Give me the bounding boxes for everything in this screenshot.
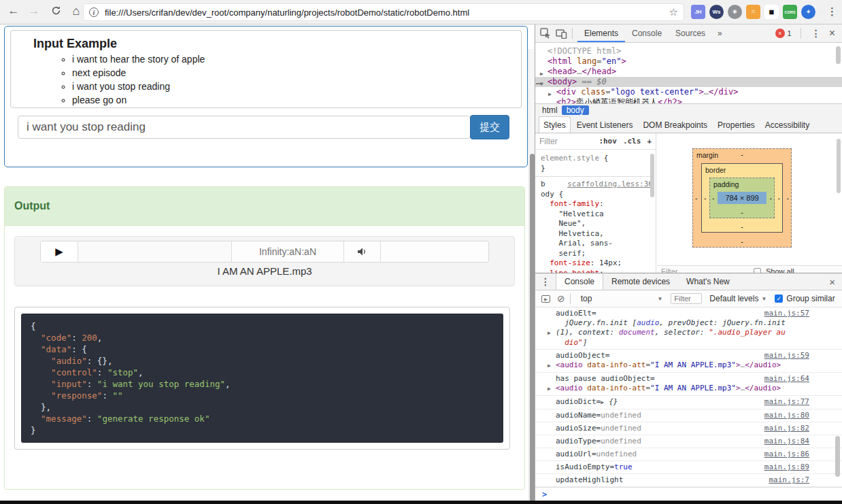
- padding-left-value[interactable]: -: [712, 194, 715, 202]
- log-levels-selector[interactable]: Default levels: [709, 294, 758, 303]
- audio-volume-icon[interactable]: [343, 241, 381, 262]
- cls-toggle[interactable]: .cls: [623, 137, 641, 146]
- extension-icon-jh[interactable]: JH: [691, 5, 705, 19]
- context-dropdown-icon[interactable]: ▼: [657, 296, 662, 302]
- extension-icon-⁙[interactable]: ⁙: [746, 5, 760, 19]
- tab-console[interactable]: Console: [556, 273, 603, 290]
- page-info-icon[interactable]: i: [89, 7, 99, 17]
- box-model-scrollbar-thumb[interactable]: [837, 139, 841, 193]
- box-model-padding[interactable]: padding - - - 784 × 899: [709, 178, 775, 218]
- elements-scrollbar-thumb[interactable]: [836, 46, 841, 64]
- levels-dropdown-icon[interactable]: ▼: [761, 296, 767, 302]
- clear-console-icon[interactable]: ⊘: [557, 293, 565, 304]
- source-link[interactable]: main.js:80: [764, 411, 809, 420]
- group-similar-checkbox[interactable]: ✓: [775, 295, 783, 303]
- extension-icon-✳[interactable]: ✳: [728, 5, 742, 19]
- page-scrollbar-thumb[interactable]: [530, 154, 535, 504]
- margin-top-value[interactable]: -: [741, 150, 743, 158]
- box-model-content[interactable]: 784 × 899: [718, 192, 767, 204]
- border-bottom-value[interactable]: -: [741, 222, 743, 231]
- border-left-value[interactable]: -: [704, 194, 707, 202]
- box-model-margin[interactable]: margin - - - - border - - - padding - -: [692, 148, 792, 248]
- submit-button[interactable]: 提交: [470, 115, 509, 139]
- dom-node-line[interactable]: ▶<head>…</head>: [535, 67, 842, 77]
- reload-icon[interactable]: [48, 5, 64, 19]
- padding-bottom-value[interactable]: -: [741, 208, 743, 216]
- dom-node-line[interactable]: ▶<div class="logo text-center">…</div>: [535, 87, 842, 97]
- stylesheet-link[interactable]: scaffolding.less:36: [567, 180, 653, 190]
- tab-remote-devices[interactable]: Remote devices: [603, 273, 678, 290]
- border-right-value[interactable]: -: [778, 194, 781, 202]
- source-link[interactable]: main.js:7: [769, 475, 809, 485]
- tab-properties[interactable]: Properties: [713, 117, 759, 133]
- tab-styles[interactable]: Styles: [539, 116, 571, 133]
- devtools-close-icon[interactable]: ×: [826, 27, 842, 39]
- source-link[interactable]: main.js:89: [764, 463, 809, 472]
- console-close-icon[interactable]: ×: [822, 276, 842, 288]
- page-scrollbar[interactable]: [528, 49, 535, 504]
- tab-elements[interactable]: Elements: [577, 24, 625, 42]
- bookmark-star-icon[interactable]: ☆: [669, 6, 678, 18]
- context-selector[interactable]: top: [581, 294, 592, 303]
- box-model-border[interactable]: border - - - padding - - - 784 × 899: [701, 163, 783, 233]
- source-link[interactable]: main.js:82: [764, 424, 809, 433]
- console-prompt[interactable]: >: [535, 487, 842, 501]
- group-similar-label: Group similar: [786, 294, 835, 303]
- tab-sources[interactable]: Sources: [669, 24, 712, 42]
- tab-accessibility[interactable]: Accessibility: [761, 117, 813, 133]
- source-link[interactable]: main.js:59: [764, 351, 809, 360]
- dom-node-line[interactable]: <html lang="en">: [535, 56, 842, 67]
- tab-console[interactable]: Console: [625, 24, 669, 42]
- source-link[interactable]: main.js:77: [764, 397, 809, 407]
- reload-glyph: [51, 5, 61, 16]
- console-menu-icon[interactable]: ⋮: [535, 276, 556, 287]
- source-link[interactable]: main.js:86: [764, 450, 809, 459]
- back-icon[interactable]: ←: [5, 4, 22, 18]
- styles-pane: Filter :hov .cls + element.style {}scaff…: [535, 133, 842, 273]
- extension-icon-▦[interactable]: ▦: [764, 5, 779, 19]
- box-model-diagram[interactable]: margin - - - - border - - - padding - -: [692, 148, 793, 249]
- dom-node-line[interactable]: …▼<body> == $0: [535, 77, 842, 87]
- browser-menu-icon[interactable]: ⋮: [827, 5, 837, 18]
- forward-icon[interactable]: →: [26, 4, 42, 18]
- padding-right-value[interactable]: -: [770, 194, 773, 202]
- console-message: isAudioEmpty=truemain.js:89: [535, 461, 842, 474]
- audio-progress-bar[interactable]: [78, 241, 231, 262]
- margin-right-value[interactable]: -: [787, 194, 790, 202]
- extension-icon-cors[interactable]: CORS: [783, 5, 797, 19]
- breadcrumb-body[interactable]: body: [562, 105, 589, 115]
- inspect-element-icon[interactable]: [540, 28, 551, 39]
- dom-node-line[interactable]: <h2>奕小鳞英语智能机器人</h2>: [535, 97, 842, 103]
- css-rule-line: font-size: 14px;: [541, 258, 653, 269]
- tab-what-s-new[interactable]: What's New: [678, 273, 738, 290]
- show-all-checkbox[interactable]: [754, 268, 761, 273]
- error-badge-icon[interactable]: ×: [775, 29, 785, 38]
- tab-event-listeners[interactable]: Event Listeners: [573, 117, 637, 133]
- extension-icon-✦[interactable]: ✦: [801, 5, 815, 19]
- query-input[interactable]: [18, 116, 471, 139]
- dom-node-line[interactable]: <!DOCTYPE html>: [535, 46, 842, 56]
- devtools-menu-icon[interactable]: ⋮: [806, 28, 826, 39]
- extension-icon-ws[interactable]: Ws: [709, 5, 724, 19]
- source-link[interactable]: main.js:57: [764, 309, 809, 318]
- margin-bottom-value[interactable]: -: [741, 237, 743, 246]
- console-filter-input[interactable]: [671, 293, 702, 304]
- device-toolbar-icon[interactable]: [556, 29, 567, 39]
- console-scrollbar-thumb[interactable]: [835, 436, 840, 477]
- address-bar[interactable]: i file:///Users/crifan/dev/dev_root/comp…: [83, 3, 684, 21]
- toolbar-separator: [570, 293, 571, 304]
- computed-filter-input[interactable]: Filter: [661, 267, 677, 273]
- new-rule-button[interactable]: +: [647, 137, 652, 146]
- source-link[interactable]: main.js:64: [764, 374, 809, 384]
- styles-filter-input[interactable]: Filter: [539, 137, 592, 146]
- audio-play-button[interactable]: ▶: [41, 241, 78, 262]
- home-icon[interactable]: ⌂: [68, 4, 84, 18]
- more-tabs-icon[interactable]: »: [712, 29, 728, 38]
- breadcrumb-html[interactable]: html: [542, 105, 558, 115]
- hov-toggle[interactable]: :hov: [599, 137, 617, 146]
- styles-scrollbar-thumb[interactable]: [650, 154, 654, 197]
- margin-left-value[interactable]: -: [695, 194, 698, 202]
- console-sidebar-icon[interactable]: ▶: [541, 295, 550, 303]
- source-link[interactable]: main.js:84: [764, 437, 809, 446]
- tab-dom-breakpoints[interactable]: DOM Breakpoints: [639, 117, 711, 133]
